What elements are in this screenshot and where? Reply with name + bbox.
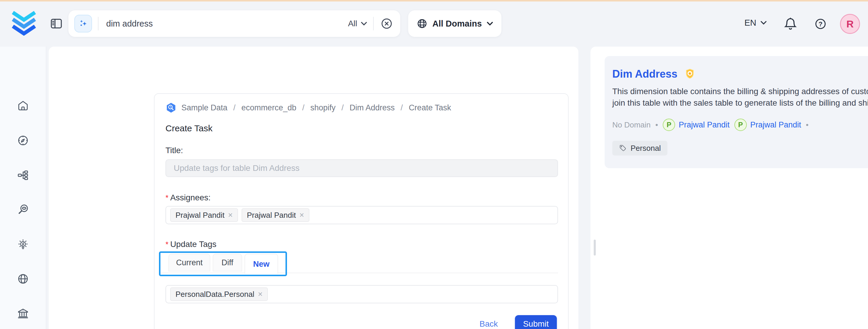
remove-chip-icon[interactable]: × [299, 211, 304, 220]
tag-icon [619, 144, 627, 152]
magnifier-eye-icon [17, 203, 29, 216]
asset-title-link[interactable]: Dim Address [612, 68, 678, 80]
submit-button[interactable]: Submit [515, 315, 557, 329]
breadcrumb: Sample Data / ecommerce_db / shopify / D… [165, 102, 451, 113]
asset-meta-row: No Domain • P Prajwal Pandit P Prajwal P… [612, 119, 808, 131]
sidebar-nav [0, 47, 46, 329]
globe-icon [416, 18, 428, 29]
top-bar: All All Domains EN [0, 1, 868, 47]
tab-current[interactable]: Current [168, 254, 210, 271]
breadcrumb-item[interactable]: shopify [310, 103, 336, 113]
compass-icon [17, 134, 29, 147]
owner-link[interactable]: P Prajwal Pandit [734, 119, 801, 131]
assignee-chip-label: Prajwal Pandit [247, 211, 296, 220]
owner-avatar: P [663, 119, 675, 131]
tag-chip[interactable]: PersonalData.Personal × [170, 288, 268, 301]
required-asterisk: * [165, 240, 168, 249]
update-tags-field-label: *Update Tags [165, 240, 216, 249]
tab-label: Current [176, 258, 203, 267]
remove-chip-icon[interactable]: × [228, 211, 233, 220]
asset-preview-panel: Dim Address This dimension table contain… [590, 47, 868, 329]
sidebar-item-insights[interactable] [17, 238, 29, 250]
search-scope-label: All [348, 19, 357, 28]
classification-tag-personal[interactable]: Personal [612, 141, 668, 155]
scrollbar-thumb[interactable] [594, 240, 596, 256]
question-mark-icon: ? [814, 18, 827, 30]
bigquery-icon [165, 102, 177, 113]
sidebar-item-home[interactable] [17, 99, 29, 112]
main-content-panel: Sample Data / ecommerce_db / shopify / D… [49, 47, 578, 329]
chevron-down-icon [361, 22, 367, 26]
breadcrumb-separator: / [340, 103, 345, 113]
owner-name: Prajwal Pandit [679, 120, 730, 129]
tab-new[interactable]: New [245, 254, 278, 274]
search-scope-dropdown[interactable]: All [348, 19, 367, 28]
divider [373, 17, 374, 30]
tag-chip-label: PersonalData.Personal [176, 290, 254, 299]
atlan-logo-icon[interactable] [11, 10, 37, 36]
tab-label: Diff [221, 258, 233, 267]
lightbulb-icon [17, 238, 29, 250]
breadcrumb-separator: / [301, 103, 306, 113]
verified-shield-icon [684, 68, 696, 80]
language-dropdown[interactable]: EN [744, 18, 767, 28]
globe-icon [17, 273, 29, 285]
tab-bar-underline [159, 273, 558, 273]
domain-label: No Domain [612, 120, 651, 129]
sidebar-item-discover[interactable] [17, 134, 29, 147]
tab-label: New [253, 260, 270, 269]
sparkles-icon[interactable] [74, 15, 92, 32]
workflow-icon [17, 169, 29, 181]
avatar-initial: R [846, 18, 854, 30]
breadcrumb-item[interactable]: ecommerce_db [242, 103, 297, 113]
svg-text:?: ? [818, 20, 822, 28]
sidebar-item-domains[interactable] [17, 273, 29, 285]
tag-label: Personal [630, 144, 661, 153]
dot-separator: • [806, 120, 808, 129]
governance-bank-icon [17, 307, 29, 320]
assignees-input[interactable]: Prajwal Pandit × Prajwal Pandit × [165, 206, 558, 224]
assignee-chip-label: Prajwal Pandit [176, 211, 224, 220]
form-actions: Back Submit [479, 315, 557, 329]
breadcrumb-item-current: Create Task [409, 103, 451, 113]
search-input[interactable] [98, 19, 348, 29]
assignee-chip[interactable]: Prajwal Pandit × [170, 208, 238, 222]
assignee-chip[interactable]: Prajwal Pandit × [242, 208, 309, 222]
dot-separator: • [655, 120, 658, 129]
sidebar-item-observe[interactable] [17, 203, 29, 216]
tags-input[interactable]: PersonalData.Personal × [165, 285, 558, 303]
breadcrumb-separator: / [399, 103, 404, 113]
asset-summary-card: Dim Address This dimension table contain… [604, 56, 868, 168]
owner-link[interactable]: P Prajwal Pandit [663, 119, 730, 131]
language-label: EN [744, 18, 756, 28]
user-avatar[interactable]: R [840, 14, 860, 34]
chevron-down-icon [761, 21, 767, 25]
global-search-bar: All [68, 10, 400, 37]
all-domains-label: All Domains [432, 19, 482, 29]
chevron-down-icon [487, 22, 493, 26]
bell-icon [783, 17, 798, 31]
sidebar-item-products[interactable] [17, 169, 29, 181]
breadcrumb-item[interactable]: Dim Address [349, 103, 395, 113]
title-field-label: Title: [165, 146, 183, 155]
create-task-card: Sample Data / ecommerce_db / shopify / D… [154, 93, 569, 329]
owner-avatar: P [734, 119, 747, 131]
all-domains-dropdown[interactable]: All Domains [408, 10, 501, 37]
home-icon [17, 99, 29, 112]
tab-diff[interactable]: Diff [213, 254, 242, 271]
sidebar-toggle-icon[interactable] [50, 17, 63, 30]
back-button[interactable]: Back [479, 319, 498, 329]
title-input[interactable] [165, 159, 558, 177]
page-title: Create Task [165, 123, 213, 133]
breadcrumb-item[interactable]: Sample Data [181, 103, 227, 113]
asset-description: This dimension table contains the billin… [612, 86, 868, 109]
help-button[interactable]: ? [814, 18, 827, 30]
notifications-button[interactable] [783, 17, 798, 31]
circle-x-icon[interactable] [380, 17, 393, 30]
assignees-field-label: *Assignees: [165, 193, 211, 202]
required-asterisk: * [165, 193, 168, 202]
breadcrumb-separator: / [232, 103, 237, 113]
owner-name: Prajwal Pandit [750, 120, 801, 129]
remove-chip-icon[interactable]: × [258, 290, 262, 299]
sidebar-item-governance[interactable] [17, 307, 29, 320]
